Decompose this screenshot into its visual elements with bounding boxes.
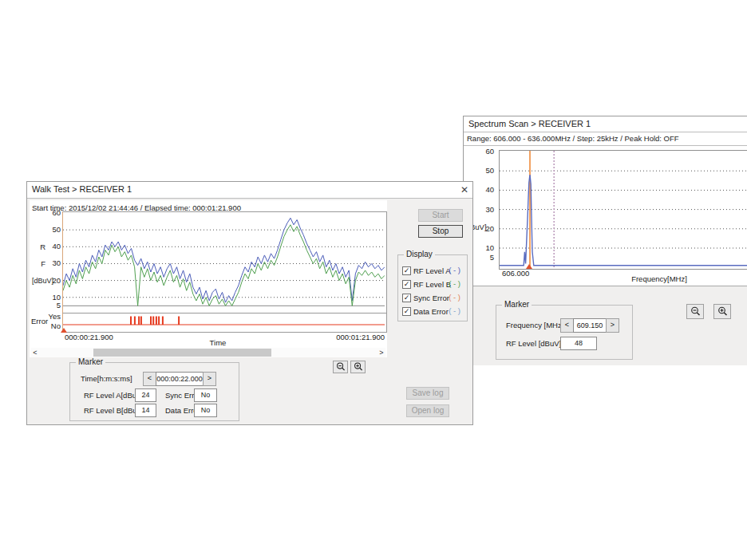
spectrum-zoom-in-button[interactable] — [713, 304, 731, 319]
walk-zoom-out-button[interactable] — [333, 361, 348, 373]
y-tick-label: 50 — [42, 225, 61, 234]
display-group-label: Display — [404, 250, 435, 258]
walk-test-window: Walk Test > RECEIVER 1 ✕ Start time: 201… — [26, 181, 473, 425]
marker-rf-a-field: 24 — [135, 388, 156, 402]
rf-level-b-label: RF Level B — [413, 280, 451, 289]
y-tick-label: 50 — [475, 166, 494, 175]
display-row-rf-b: ✓RF Level B ( - ) — [402, 279, 464, 289]
scrollbar-right-arrow[interactable]: > — [377, 348, 385, 357]
spectrum-frequency-field[interactable]: 609.150 — [573, 318, 607, 333]
zoom-in-icon — [717, 306, 728, 317]
y-tick-label: 40 — [42, 242, 61, 250]
spectrum-marker-group-label: Marker — [502, 300, 532, 309]
spectrum-rf-level-label: RF Level [dBuV] — [506, 339, 561, 348]
walk-window-title: Walk Test > RECEIVER 1 — [32, 184, 132, 194]
x-axis-label: Time — [186, 338, 250, 347]
error-axis-caption: Error — [31, 317, 48, 325]
spectrum-plot-area[interactable] — [499, 150, 747, 270]
spectrum-frequency-label: Frequency [MHz] — [506, 321, 563, 329]
spectrum-scan-window: Spectrum Scan > RECEIVER 1 Range: 606.00… — [463, 116, 747, 365]
marker-rf-b-field: 14 — [135, 404, 156, 417]
spectrum-titlebar: Spectrum Scan > RECEIVER 1 — [464, 116, 747, 132]
x-axis-start-time: 000:00:21.900 — [65, 333, 113, 341]
separator — [464, 145, 747, 146]
x-axis-end-time: 000:01:21.900 — [305, 333, 385, 341]
sync-error-legend: ( - ) — [449, 293, 460, 302]
rf-level-a-label: RF Level A — [413, 266, 450, 275]
marker-time-next-button[interactable]: > — [203, 372, 216, 386]
rf-level-a-legend: ( - ) — [449, 266, 460, 274]
walk-rf-plot-area[interactable] — [62, 211, 387, 314]
spectrum-x-first-tick: 606.000 — [502, 269, 529, 278]
y-tick-label: 60 — [42, 208, 61, 217]
y-tick-label: 5 — [475, 253, 494, 262]
y-tick-label: 40 — [475, 185, 494, 194]
zoom-in-icon — [354, 362, 363, 372]
stop-button[interactable]: Stop — [418, 225, 463, 238]
sync-error-label: Sync Error — [413, 294, 449, 302]
rf-level-a-checkbox[interactable]: ✓ — [402, 266, 411, 275]
marker-time-field[interactable]: 000:00:22.000 — [156, 372, 204, 386]
walk-error-plot-area[interactable] — [62, 313, 387, 333]
y-tick-label: 10 — [475, 243, 494, 252]
walk-rf-chart[interactable] — [63, 212, 385, 311]
scrollbar-left-arrow[interactable]: < — [31, 348, 39, 357]
save-log-button[interactable]: Save log — [406, 387, 449, 400]
marker-time-prev-button[interactable]: < — [143, 372, 156, 386]
y-tick-label: 20 — [475, 224, 494, 233]
y-tick-label: 30 — [475, 205, 494, 214]
desktop: Spectrum Scan > RECEIVER 1 Range: 606.00… — [0, 0, 747, 560]
display-row-rf-a: ✓RF Level A ( - ) — [402, 266, 464, 275]
walk-marker-group-label: Marker — [76, 357, 105, 366]
data-error-checkbox[interactable]: ✓ — [402, 307, 411, 316]
y-tick-label: 20 — [42, 276, 61, 285]
y-tick-label: 10 — [42, 293, 61, 302]
spectrum-zoom-out-button[interactable] — [686, 304, 704, 319]
marker-data-error-field: No — [194, 404, 217, 417]
open-log-button[interactable]: Open log — [406, 404, 449, 417]
spectrum-frequency-prev-button[interactable]: < — [560, 318, 574, 333]
y-tick-label: 5 — [42, 301, 61, 310]
y-tick-label: 60 — [475, 147, 494, 156]
spectrum-range-line: Range: 606.000 - 636.000MHz / Step: 25kH… — [467, 134, 679, 143]
start-button[interactable]: Start — [418, 209, 463, 222]
display-row-sync-error: ✓Sync Error ( - ) — [402, 293, 464, 302]
spectrum-rf-level-field: 48 — [560, 337, 597, 350]
data-error-label: Data Error — [413, 307, 449, 316]
zoom-out-icon — [336, 362, 346, 372]
zoom-out-icon — [690, 306, 701, 317]
scrollbar-thumb[interactable] — [93, 349, 271, 357]
marker-sync-error-field: No — [194, 388, 217, 402]
marker-time-label: Time[h:m:s:ms] — [81, 374, 132, 383]
spectrum-x-axis-label: Frequency[MHz] — [619, 274, 699, 283]
display-row-data-error: ✓Data Error ( - ) — [402, 306, 464, 316]
spectrum-frequency-next-button[interactable]: > — [606, 318, 619, 333]
rf-level-b-checkbox[interactable]: ✓ — [402, 280, 411, 289]
walk-error-chart[interactable] — [63, 314, 385, 330]
close-icon[interactable]: ✕ — [459, 184, 470, 195]
display-group: Display ✓RF Level A ( - ) ✓RF Level B ( … — [397, 254, 468, 321]
spectrum-window-title: Spectrum Scan > RECEIVER 1 — [468, 119, 591, 128]
sync-error-checkbox[interactable]: ✓ — [402, 294, 411, 302]
y-tick-label: 30 — [42, 258, 61, 267]
walk-zoom-in-button[interactable] — [350, 361, 366, 373]
walk-titlebar: Walk Test > RECEIVER 1 ✕ — [27, 182, 472, 199]
spectrum-chart[interactable] — [500, 151, 747, 267]
data-error-legend: ( - ) — [449, 306, 460, 315]
rf-level-b-legend: ( - ) — [449, 279, 460, 288]
time-scrollbar[interactable]: < > — [31, 348, 385, 357]
